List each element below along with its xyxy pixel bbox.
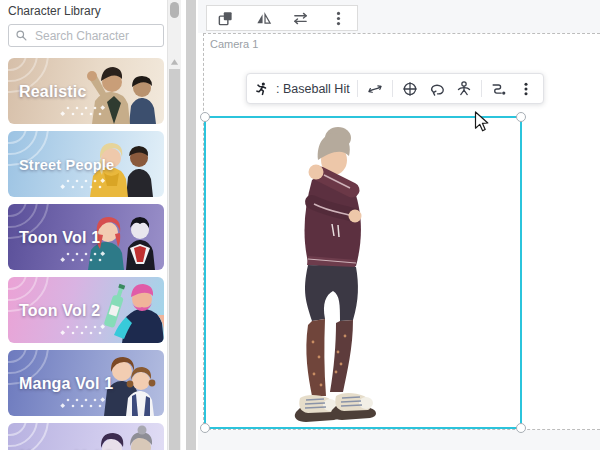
toolbar-divider: [481, 80, 482, 97]
toolbar-divider: [392, 80, 393, 97]
character-pack-toon-vol-1[interactable]: Toon Vol 1: [8, 204, 164, 270]
flip-horizontal-button[interactable]: [251, 7, 275, 29]
character-pack-toon-vol-2[interactable]: Toon Vol 2: [8, 277, 164, 343]
animation-toolbar: : Baseball Hit: [246, 73, 544, 104]
character-pose-icon: [455, 80, 473, 98]
dots-decoration: [60, 397, 106, 410]
move-arrows-button[interactable]: [365, 78, 385, 100]
character-pack-realistic[interactable]: Realistic: [8, 58, 164, 124]
resize-handle-top-left[interactable]: [200, 112, 210, 122]
character-pose-button[interactable]: [454, 78, 474, 100]
dots-decoration: [60, 178, 106, 191]
scrollbar-thumb[interactable]: [169, 69, 180, 450]
sidebar-scrollbar[interactable]: [167, 0, 181, 450]
swap-arrows-icon: [292, 10, 309, 27]
pack-label: Manga Vol 1: [19, 375, 113, 393]
character-figure[interactable]: [252, 124, 408, 426]
toolbar-divider: [357, 80, 358, 97]
pack-label: Toon Vol 2: [19, 302, 100, 320]
global-position-button[interactable]: [400, 78, 420, 100]
swap-arrows-button[interactable]: [289, 7, 313, 29]
scrollbar-thumb-top[interactable]: [170, 2, 179, 18]
pack-label: Realistic: [19, 83, 87, 101]
character-pack-manga-vol-1[interactable]: Manga Vol 1: [8, 350, 164, 416]
dots-decoration: [60, 251, 106, 264]
resize-handle-top-right[interactable]: [516, 112, 526, 122]
duplicate-icon: [217, 10, 234, 27]
character-pack-street-people[interactable]: Street People: [8, 131, 164, 197]
resize-handle-bottom-left[interactable]: [200, 423, 210, 433]
motion-path-button[interactable]: [489, 78, 509, 100]
search-input[interactable]: [33, 28, 157, 44]
global-position-icon: [401, 80, 419, 98]
flip-horizontal-icon: [255, 10, 272, 27]
search-icon: [15, 29, 28, 42]
mouse-cursor: [474, 111, 494, 133]
panel-title: Character Library: [8, 4, 101, 18]
more-options-button[interactable]: [326, 7, 350, 29]
motion-path-icon: [490, 80, 508, 98]
running-person-icon: [254, 81, 269, 97]
dots-decoration: [60, 105, 106, 118]
resize-handle-bottom-right[interactable]: [516, 423, 526, 433]
manga-vol2-art: [74, 423, 164, 450]
move-arrows-icon: [366, 80, 384, 98]
pack-label: Toon Vol 1: [19, 229, 100, 247]
character-pack-manga-vol-2[interactable]: Manga Vol 2: [8, 423, 164, 450]
scene-toolbar: [206, 5, 358, 31]
more-options-button[interactable]: [516, 78, 536, 100]
rotate-icon: [428, 80, 446, 98]
scroll-up-icon[interactable]: [170, 57, 179, 67]
canvas-margin-bottom: [198, 430, 600, 450]
more-options-icon: [518, 80, 534, 98]
dots-decoration: [60, 324, 106, 337]
pack-label: Street People: [19, 157, 114, 173]
more-options-icon: [330, 10, 347, 27]
duplicate-button[interactable]: [214, 7, 238, 29]
swirl-decoration: [8, 423, 72, 450]
character-library-panel: Character Library: [0, 0, 167, 450]
app-root: Character Library: [0, 0, 600, 450]
camera-label: Camera 1: [210, 38, 258, 50]
animation-name-label: : Baseball Hit: [276, 82, 350, 96]
panel-splitter[interactable]: [184, 0, 198, 450]
rotate-button[interactable]: [427, 78, 447, 100]
search-box[interactable]: [8, 24, 164, 47]
editor-main: Camera 1: [198, 0, 600, 450]
